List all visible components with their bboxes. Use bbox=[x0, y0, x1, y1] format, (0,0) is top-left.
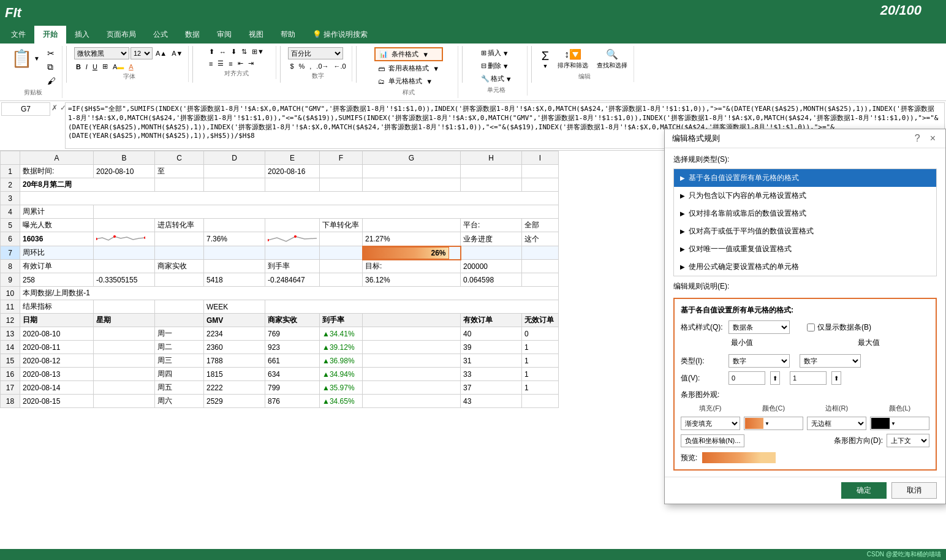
fill-color-button[interactable]: ▼ bbox=[744, 417, 803, 430]
cell-d14[interactable]: 2360 bbox=[204, 341, 265, 354]
type-min-select[interactable]: 数字 bbox=[728, 354, 790, 368]
cell-i16[interactable]: 1 bbox=[522, 368, 559, 381]
cell-i12[interactable]: 无效订单 bbox=[522, 314, 559, 327]
cell-c11[interactable] bbox=[155, 300, 204, 314]
cell-e1[interactable]: 2020-08-16 bbox=[265, 165, 320, 178]
rule-item-2[interactable]: ▶ 仅对排名靠前或靠后的数值设置格式 bbox=[674, 205, 936, 222]
cell-g1[interactable] bbox=[363, 165, 461, 178]
cell-c2[interactable] bbox=[155, 178, 204, 192]
cell-f7[interactable] bbox=[320, 246, 363, 260]
cancel-edit-icon[interactable]: ✗ bbox=[51, 104, 58, 112]
cell-e2[interactable] bbox=[265, 178, 320, 192]
cell-c13[interactable]: 周一 bbox=[155, 327, 204, 341]
align-top-button[interactable]: ⬆ bbox=[207, 47, 216, 56]
dialog-close-button[interactable]: × bbox=[928, 133, 938, 144]
border-color-button[interactable]: ▼ bbox=[870, 417, 929, 430]
cell-b8[interactable] bbox=[94, 260, 155, 273]
rule-item-0[interactable]: ▶ 基于各自值设置所有单元格的格式 bbox=[674, 169, 936, 187]
increase-decimal-button[interactable]: .0→ bbox=[314, 62, 330, 70]
col-header-a[interactable]: A bbox=[20, 151, 94, 165]
cell-h9[interactable]: 0.064598 bbox=[461, 273, 522, 287]
cell-g7[interactable]: 26% bbox=[363, 246, 461, 260]
cell-d12[interactable]: GMV bbox=[204, 314, 265, 327]
cell-e13[interactable]: 769 bbox=[265, 327, 320, 341]
border-type-select[interactable]: 无边框 bbox=[807, 417, 866, 430]
col-header-c[interactable]: C bbox=[155, 151, 204, 165]
show-bar-only-checkbox[interactable] bbox=[807, 324, 815, 331]
wrap-text-button[interactable]: ⇅ bbox=[240, 47, 249, 56]
tab-view[interactable]: 视图 bbox=[240, 26, 272, 44]
col-header-b[interactable]: B bbox=[94, 151, 155, 165]
font-color-button[interactable]: A bbox=[127, 62, 135, 71]
rule-item-5[interactable]: ▶ 使用公式确定要设置格式的单元格 bbox=[674, 258, 936, 276]
cell-a10[interactable]: 本周数据/上周数据-1 bbox=[20, 287, 559, 300]
cell-e15[interactable]: 661 bbox=[265, 354, 320, 368]
cell-c18[interactable]: 周六 bbox=[155, 395, 204, 408]
indent-dec-button[interactable]: ⇤ bbox=[236, 59, 245, 68]
border-button[interactable]: ⊞ bbox=[100, 62, 110, 71]
tab-insert[interactable]: 插入 bbox=[66, 26, 98, 44]
col-header-g[interactable]: G bbox=[363, 151, 461, 165]
cell-a14[interactable]: 2020-08-11 bbox=[20, 341, 94, 354]
font-size-select[interactable]: 12 bbox=[131, 47, 153, 59]
sum-button[interactable]: Σ ▼ bbox=[539, 48, 551, 70]
cell-h8[interactable]: 200000 bbox=[461, 260, 522, 273]
direction-select[interactable]: 上下文 bbox=[887, 434, 929, 447]
cell-g5[interactable] bbox=[363, 219, 461, 232]
cell-i5[interactable]: 全部 bbox=[522, 219, 559, 232]
cell-c12[interactable] bbox=[155, 314, 204, 327]
cell-d15[interactable]: 1788 bbox=[204, 354, 265, 368]
increase-font-button[interactable]: A▲ bbox=[154, 49, 168, 58]
rule-item-4[interactable]: ▶ 仅对唯一一值或重复值设置格式 bbox=[674, 240, 936, 258]
cell-d16[interactable]: 1815 bbox=[204, 368, 265, 381]
cell-i14[interactable]: 1 bbox=[522, 341, 559, 354]
cell-h2[interactable] bbox=[461, 178, 522, 192]
cell-g6[interactable]: 21.27% bbox=[363, 232, 461, 246]
cell-d6[interactable]: 7.36% bbox=[204, 232, 265, 246]
align-bottom-button[interactable]: ⬇ bbox=[229, 47, 238, 56]
cell-a13[interactable]: 2020-08-10 bbox=[20, 327, 94, 341]
cell-format-button[interactable]: 🗂 单元格格式 ▼ bbox=[374, 75, 443, 87]
decrease-decimal-button[interactable]: ←.0 bbox=[332, 62, 348, 70]
cell-g9[interactable]: 36.12% bbox=[363, 273, 461, 287]
cell-g15[interactable] bbox=[363, 354, 461, 368]
cell-a7[interactable]: 周环比 bbox=[20, 246, 94, 260]
align-center-button[interactable]: ☰ bbox=[216, 59, 225, 68]
neg-axis-button[interactable]: 负值和坐标轴(N)... bbox=[681, 434, 744, 447]
comma-button[interactable]: , bbox=[308, 62, 313, 70]
sort-filter-button[interactable]: ↕🔽 排序和筛选 bbox=[555, 47, 591, 71]
tab-search[interactable]: 💡 操作说明搜索 bbox=[304, 26, 376, 44]
cell-c7[interactable] bbox=[155, 246, 204, 260]
copy-button[interactable]: ⧉ bbox=[45, 61, 58, 74]
currency-button[interactable]: $ bbox=[288, 62, 295, 70]
cell-e5[interactable] bbox=[265, 219, 320, 232]
tab-data[interactable]: 数据 bbox=[176, 26, 208, 44]
value-max-input[interactable] bbox=[790, 371, 827, 385]
align-right-button[interactable]: ≡ bbox=[227, 59, 234, 68]
cell-d11[interactable]: WEEK bbox=[204, 300, 265, 314]
cell-e14[interactable]: 923 bbox=[265, 341, 320, 354]
cell-a5[interactable]: 曝光人数 bbox=[20, 219, 94, 232]
cell-f13[interactable]: ▲34.41% bbox=[320, 327, 363, 341]
cell-f2[interactable] bbox=[320, 178, 363, 192]
tab-page-layout[interactable]: 页面布局 bbox=[98, 26, 145, 44]
font-name-select[interactable]: 微软雅黑 bbox=[74, 47, 129, 59]
cell-i7[interactable] bbox=[522, 246, 559, 260]
cell-c5[interactable]: 进店转化率 bbox=[155, 219, 204, 232]
fill-type-select[interactable]: 渐变填充 bbox=[681, 417, 740, 430]
delete-cells-button[interactable]: ⊟ 删除 ▼ bbox=[479, 60, 515, 72]
cell-e12[interactable]: 商家实收 bbox=[265, 314, 320, 327]
cell-h17[interactable]: 37 bbox=[461, 381, 522, 395]
cell-a15[interactable]: 2020-08-12 bbox=[20, 354, 94, 368]
cell-c1[interactable]: 至 bbox=[155, 165, 204, 178]
rule-item-3[interactable]: ▶ 仅对高于或低于平均值的数值设置格式 bbox=[674, 222, 936, 240]
find-select-button[interactable]: 🔍 查找和选择 bbox=[594, 47, 630, 71]
cell-e6[interactable] bbox=[265, 232, 320, 246]
cell-c6[interactable] bbox=[155, 232, 204, 246]
cell-h1[interactable] bbox=[461, 165, 522, 178]
value-min-input[interactable] bbox=[728, 371, 765, 385]
cell-a9[interactable]: 258 bbox=[20, 273, 94, 287]
cell-b14[interactable] bbox=[94, 341, 155, 354]
cell-g8[interactable]: 目标: bbox=[363, 260, 461, 273]
cell-h13[interactable]: 40 bbox=[461, 327, 522, 341]
